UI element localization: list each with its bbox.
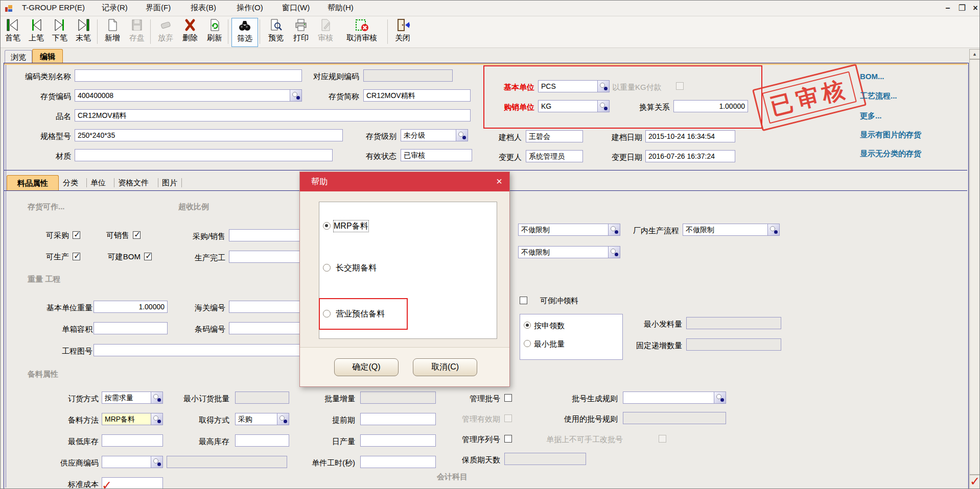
base-weight-input[interactable]: 1.00000: [94, 301, 168, 313]
material-input[interactable]: [75, 149, 333, 161]
restriction-combo-1[interactable]: 不做限制: [518, 224, 620, 236]
backflush-checkbox[interactable]: [520, 297, 527, 304]
unit-hours-input[interactable]: [360, 456, 436, 468]
menu-app[interactable]: T-GROUP ERP(E): [22, 3, 85, 12]
scroll-up-icon[interactable]: ▲: [969, 49, 980, 59]
order-mode-combo[interactable]: 按需求量: [102, 392, 163, 404]
can-sell-checkbox[interactable]: [133, 231, 141, 239]
prep-method-combo[interactable]: MRP备料: [102, 413, 163, 425]
close-window-icon[interactable]: ×: [969, 3, 980, 14]
lookup-icon[interactable]: [277, 413, 289, 425]
last-record-button[interactable]: 末笔: [72, 18, 95, 46]
manage-batch-checkbox[interactable]: [504, 394, 512, 402]
menu-window[interactable]: 窗口(W): [282, 3, 310, 13]
lookup-icon[interactable]: [151, 413, 162, 425]
pay-by-kg-label: 以重量KG付款: [612, 81, 662, 93]
box-volume-input[interactable]: [94, 322, 168, 334]
base-unit-combo[interactable]: PCS: [538, 80, 610, 92]
trade-unit-combo[interactable]: KG: [538, 100, 610, 112]
refresh-button[interactable]: 刷新: [203, 18, 226, 46]
link-show-with-images[interactable]: 显示有图片的存货: [860, 130, 921, 140]
lookup-icon[interactable]: [151, 456, 162, 468]
lookup-icon[interactable]: [456, 130, 468, 141]
long-lead-option-radio[interactable]: [323, 264, 331, 272]
cancel-button[interactable]: 取消(C): [413, 358, 477, 376]
factory-flow-combo[interactable]: 不做限制: [683, 224, 780, 236]
min-stock-input[interactable]: [102, 434, 163, 447]
menu-action[interactable]: 操作(O): [237, 3, 263, 13]
menu-report[interactable]: 报表(B): [191, 3, 216, 13]
lookup-icon[interactable]: [608, 247, 620, 258]
preview-button[interactable]: 预览: [264, 18, 288, 46]
can-purchase-checkbox[interactable]: [73, 231, 80, 239]
min-batch-radio[interactable]: [524, 340, 531, 347]
dialog-close-icon[interactable]: ×: [496, 172, 502, 191]
item-code-input[interactable]: 400400008: [75, 89, 302, 102]
menu-ui[interactable]: 界面(F): [146, 3, 171, 13]
max-stock-input[interactable]: [235, 434, 289, 447]
by-application-radio[interactable]: [524, 322, 531, 329]
tab-qualification-files[interactable]: 资格文件: [118, 178, 149, 188]
mrp-option-radio[interactable]: [323, 222, 331, 230]
cancel-audit-button[interactable]: 取消审核: [338, 18, 385, 46]
link-show-unclassified[interactable]: 显示无分类的存货: [860, 149, 921, 159]
lookup-icon[interactable]: [151, 392, 162, 403]
tab-images[interactable]: 图片: [162, 178, 177, 188]
lookup-icon[interactable]: [290, 90, 301, 101]
prod-finish-ratio-label: 生产完工: [169, 252, 225, 264]
scroll-down-icon[interactable]: ✓: [969, 475, 980, 489]
menu-record[interactable]: 记录(R): [102, 3, 128, 13]
prev-record-button[interactable]: 上笔: [25, 18, 48, 46]
long-lead-option-label[interactable]: 长交期备料: [336, 262, 377, 274]
acquire-mode-combo[interactable]: 采购: [235, 413, 289, 425]
conversion-input[interactable]: 1.00000: [673, 100, 748, 112]
lookup-icon[interactable]: [608, 224, 620, 235]
link-more[interactable]: 更多...: [860, 111, 882, 121]
delete-button[interactable]: 删除: [178, 18, 202, 46]
batch-rule-combo[interactable]: [623, 392, 726, 404]
save-button: 存盘: [125, 18, 149, 46]
restriction-combo-2[interactable]: 不做限制: [518, 246, 620, 258]
supplier-code-combo[interactable]: [102, 456, 163, 468]
print-button[interactable]: 打印: [289, 18, 313, 46]
preview-icon: [264, 18, 288, 33]
tab-item-attributes[interactable]: 料品属性: [7, 175, 59, 190]
new-button[interactable]: 新增: [101, 18, 124, 46]
mrp-option-label[interactable]: MRP备料: [334, 221, 368, 232]
manage-serial-checkbox[interactable]: [504, 435, 512, 443]
tab-separator: [114, 178, 114, 187]
spec-input[interactable]: 250*240*35: [75, 129, 343, 141]
item-name-input[interactable]: CR12MOV精料: [75, 109, 471, 121]
ok-button[interactable]: 确定(Q): [334, 358, 399, 376]
close-form-button[interactable]: 关闭: [391, 18, 414, 46]
refresh-icon: [203, 18, 226, 33]
account-section-header: 会计科目: [437, 472, 468, 482]
acquire-mode-label: 取得方式: [183, 414, 229, 426]
tab-classification[interactable]: 分类: [63, 178, 78, 188]
link-bom[interactable]: BOM...: [860, 72, 884, 81]
lead-time-input[interactable]: [360, 413, 436, 425]
tab-edit[interactable]: 编辑: [32, 49, 63, 63]
coding-category-input[interactable]: [75, 69, 302, 82]
link-process-flow[interactable]: 工艺流程...: [860, 91, 897, 101]
lookup-icon[interactable]: [597, 101, 609, 112]
lookup-icon[interactable]: [597, 81, 609, 92]
minimize-icon[interactable]: –: [942, 3, 954, 14]
lookup-icon[interactable]: [767, 224, 779, 235]
lookup-icon[interactable]: [714, 392, 726, 403]
menu-help[interactable]: 帮助(H): [328, 3, 354, 13]
tab-units[interactable]: 单位: [90, 178, 106, 188]
base-unit-label: 基本单位: [483, 81, 534, 93]
daily-output-input[interactable]: [360, 434, 436, 447]
can-produce-checkbox[interactable]: [73, 253, 80, 260]
scrollbar-thumb[interactable]: [969, 59, 980, 475]
tab-browse[interactable]: 浏览: [5, 50, 32, 63]
over-ratio-section-header: 超收比例: [178, 202, 209, 212]
filter-button[interactable]: 筛选: [231, 18, 258, 47]
restore-icon[interactable]: ❐: [956, 3, 968, 14]
can-bom-checkbox[interactable]: [144, 253, 152, 260]
next-record-button[interactable]: 下笔: [49, 18, 71, 46]
first-record-button[interactable]: 首笔: [2, 18, 24, 46]
item-level-combo[interactable]: 未分级: [401, 129, 468, 141]
item-abbr-input[interactable]: CR12MOV精料: [363, 89, 471, 102]
